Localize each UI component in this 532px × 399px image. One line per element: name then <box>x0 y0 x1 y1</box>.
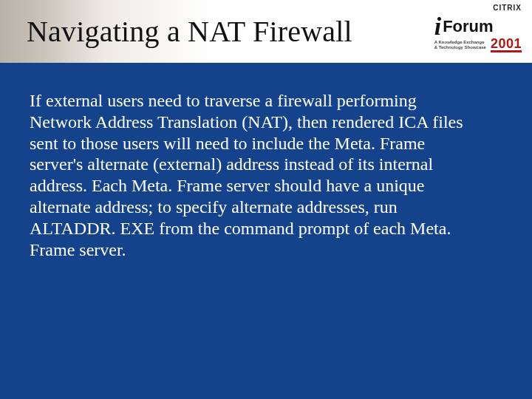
logo-brand-small: CITRIX <box>434 4 522 12</box>
logo-main-row: i Forum <box>434 13 522 35</box>
slide-body-text: If external users need to traverse a fir… <box>30 90 480 260</box>
logo-year: 2001 <box>491 37 522 52</box>
logo-tagline-line2: & Technology Showcase <box>434 45 486 50</box>
logo-forum-text: Forum <box>443 18 493 35</box>
logo-tagline: A Knowledge Exchange & Technology Showca… <box>434 40 486 50</box>
slide: Navigating a NAT Firewall CITRIX i Forum… <box>0 0 532 399</box>
slide-header: Navigating a NAT Firewall CITRIX i Forum… <box>0 0 532 63</box>
logo-tagline-line1: A Knowledge Exchange <box>434 40 486 45</box>
logo-i-glyph: i <box>434 16 441 36</box>
event-logo: CITRIX i Forum A Knowledge Exchange & Te… <box>434 4 522 52</box>
logo-sub-row: A Knowledge Exchange & Technology Showca… <box>434 37 522 52</box>
slide-title: Navigating a NAT Firewall <box>0 14 352 49</box>
